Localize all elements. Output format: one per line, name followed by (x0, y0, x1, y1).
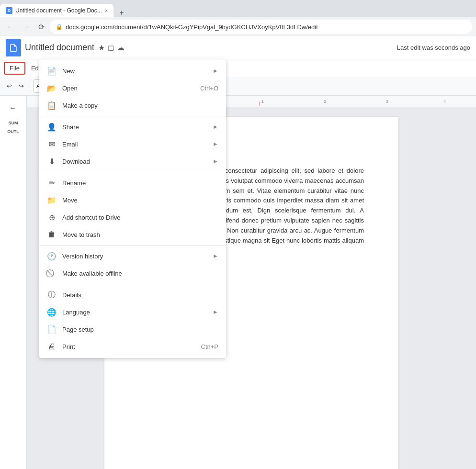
language-label: Language (62, 309, 207, 316)
offline-icon: ⃠ (47, 268, 57, 278)
file-dropdown-menu: 📄 New ► 📂 Open Ctrl+O 📋 Make a copy 👤 Sh… (39, 59, 226, 358)
language-icon: 🌐 (47, 307, 57, 317)
rename-icon: ✏ (47, 178, 57, 188)
back-button[interactable]: ← (4, 20, 17, 34)
menu-item-version-history[interactable]: 🕐 Version history ► (39, 247, 226, 265)
summary-label: SUM (9, 121, 18, 125)
menu-item-open[interactable]: 📂 Open Ctrl+O (39, 79, 226, 97)
doc-title-area: Untitled document ★ ◻ ☁ (25, 43, 393, 53)
ruler-mark-2: 2 (324, 99, 326, 104)
menu-item-share[interactable]: 👤 Share ► (39, 118, 226, 135)
divider-3 (39, 245, 226, 246)
toolbar-separator-1 (30, 81, 30, 91)
tab-bar: D Untitled document - Google Doc... × + (0, 0, 476, 17)
open-shortcut: Ctrl+O (200, 85, 218, 92)
menu-item-rename[interactable]: ✏ Rename (39, 174, 226, 191)
print-label: Print (62, 343, 195, 350)
sidebar: ← SUM OUTL (0, 96, 27, 469)
doc-header: Untitled document ★ ◻ ☁ Last edit was se… (0, 36, 476, 59)
refresh-button[interactable]: ⟳ (34, 20, 48, 34)
menu-item-file[interactable]: File (4, 62, 25, 75)
menu-item-add-shortcut[interactable]: ⊕ Add shortcut to Drive (39, 209, 226, 226)
version-arrow: ► (213, 253, 218, 259)
docs-logo (6, 39, 21, 56)
address-bar[interactable]: 🔒 docs.google.com/document/d/1wANQkil-Gz… (50, 20, 472, 34)
collapse-sidebar-button[interactable]: ← (5, 100, 22, 117)
download-label: Download (62, 158, 207, 165)
menu-item-email[interactable]: ✉ Email ► (39, 135, 226, 153)
download-arrow: ► (213, 158, 218, 165)
docs-logo-icon (9, 43, 18, 53)
menu-item-page-setup[interactable]: 📄 Page setup (39, 321, 226, 338)
share-icon: 👤 (47, 122, 57, 132)
share-arrow: ► (213, 123, 218, 130)
menu-item-make-copy[interactable]: 📋 Make a copy (39, 97, 226, 114)
tab-title: Untitled document - Google Doc... (15, 7, 102, 14)
new-label: New (62, 67, 207, 75)
new-icon: 📄 (47, 66, 57, 76)
trash-icon: 🗑 (47, 230, 57, 239)
page-setup-label: Page setup (62, 326, 218, 333)
email-arrow: ► (213, 141, 218, 147)
menu-item-language[interactable]: 🌐 Language ► (39, 303, 226, 321)
new-tab-button[interactable]: + (115, 9, 127, 17)
tab-close-button[interactable]: × (105, 8, 108, 13)
open-label: Open (62, 85, 194, 92)
outline-label: OUTL (7, 129, 19, 134)
back-icon: ← (7, 22, 14, 31)
shortcut-icon: ⊕ (47, 212, 57, 222)
menu-item-print[interactable]: 🖨 Print Ctrl+P (39, 338, 226, 355)
ruler-mark-3: 3 (386, 99, 388, 104)
version-icon: 🕐 (47, 251, 57, 261)
rename-label: Rename (62, 179, 218, 187)
doc-title[interactable]: Untitled document (25, 43, 94, 53)
app-area: Untitled document ★ ◻ ☁ Last edit was se… (0, 36, 476, 469)
url-text: docs.google.com/document/d/1wANQkil-GzgY… (66, 23, 466, 31)
ruler-mark-1: 1 (261, 99, 264, 104)
cloud-button[interactable]: ☁ (117, 43, 125, 52)
menu-item-new[interactable]: 📄 New ► (39, 62, 226, 79)
details-label: Details (62, 291, 218, 299)
download-icon: ⬇ (47, 156, 57, 166)
browser-nav-bar: ← → ⟳ 🔒 docs.google.com/document/d/1wANQ… (0, 17, 476, 36)
menu-item-offline[interactable]: ⃠ Make available offline (39, 265, 226, 282)
language-arrow: ► (213, 309, 218, 315)
version-label: Version history (62, 253, 207, 260)
email-label: Email (62, 141, 207, 148)
page-setup-icon: 📄 (47, 324, 57, 334)
undo-button[interactable]: ↩ (4, 79, 15, 93)
menu-item-download[interactable]: ⬇ Download ► (39, 153, 226, 170)
menu-item-move[interactable]: 📁 Move (39, 191, 226, 209)
header-right: Last edit was seconds ago (397, 44, 470, 51)
menu-item-details[interactable]: ⓘ Details (39, 286, 226, 303)
lock-icon: 🔒 (56, 23, 63, 30)
details-icon: ⓘ (47, 290, 57, 300)
divider-4 (39, 284, 226, 284)
ruler-cursor: | (259, 101, 260, 106)
print-icon: 🖨 (47, 342, 57, 351)
divider-1 (39, 116, 226, 116)
sidebar-summary-section: SUM (9, 121, 18, 125)
share-label: Share (62, 123, 207, 131)
print-shortcut: Ctrl+P (201, 343, 218, 350)
trash-label: Move to trash (62, 231, 218, 238)
last-edit-text: Last edit was seconds ago (397, 44, 470, 51)
ruler-mark-4: 4 (443, 99, 446, 104)
shortcut-label: Add shortcut to Drive (62, 214, 218, 221)
doc-header-icons: ★ ◻ ☁ (98, 43, 125, 52)
open-icon: 📂 (47, 83, 57, 93)
move-label: Move (62, 197, 218, 204)
offline-label: Make available offline (62, 270, 218, 277)
move-icon: 📁 (47, 195, 57, 205)
star-button[interactable]: ★ (98, 43, 105, 52)
active-tab[interactable]: D Untitled document - Google Doc... × (0, 4, 113, 17)
copy-icon: 📋 (47, 100, 57, 110)
browser-chrome: D Untitled document - Google Doc... × + … (0, 0, 476, 36)
forward-button[interactable]: → (19, 20, 33, 34)
forward-icon: → (22, 22, 30, 31)
copy-label: Make a copy (62, 102, 218, 109)
email-icon: ✉ (47, 139, 57, 149)
drive-button[interactable]: ◻ (108, 43, 114, 52)
menu-item-trash[interactable]: 🗑 Move to trash (39, 226, 226, 243)
redo-button[interactable]: ↪ (16, 79, 27, 93)
